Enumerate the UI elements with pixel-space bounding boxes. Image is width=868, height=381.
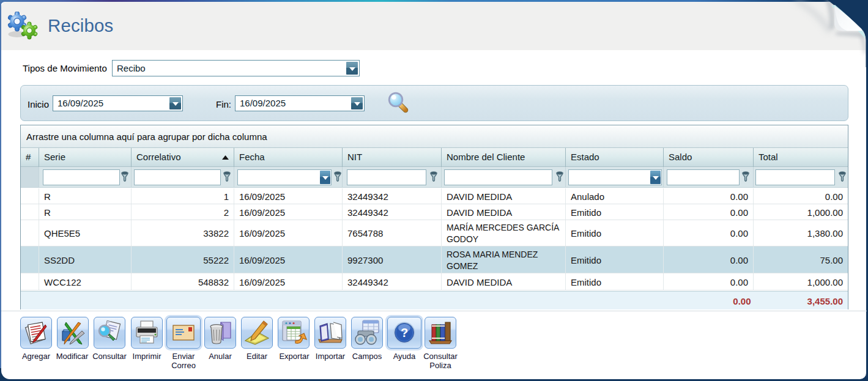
- svg-text:?: ?: [401, 326, 408, 339]
